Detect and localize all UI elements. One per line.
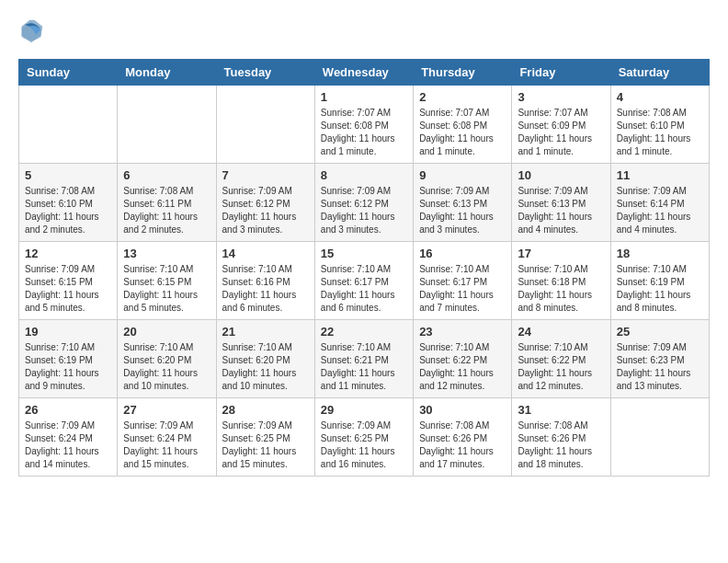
calendar-cell	[610, 398, 709, 477]
day-number: 7	[222, 168, 309, 182]
day-number: 21	[222, 325, 309, 339]
calendar-cell: 28Sunrise: 7:09 AM Sunset: 6:25 PM Dayli…	[216, 398, 314, 477]
day-info: Sunrise: 7:10 AM Sunset: 6:17 PM Dayligh…	[419, 263, 506, 315]
weekday-header: Monday	[118, 60, 216, 86]
day-info: Sunrise: 7:08 AM Sunset: 6:11 PM Dayligh…	[123, 185, 210, 236]
calendar-cell: 8Sunrise: 7:09 AM Sunset: 6:12 PM Daylig…	[314, 164, 413, 242]
day-info: Sunrise: 7:09 AM Sunset: 6:23 PM Dayligh…	[617, 341, 703, 393]
day-info: Sunrise: 7:08 AM Sunset: 6:26 PM Dayligh…	[518, 419, 604, 471]
calendar-cell: 17Sunrise: 7:10 AM Sunset: 6:18 PM Dayli…	[512, 242, 610, 320]
day-number: 5	[25, 168, 111, 182]
calendar-cell	[19, 86, 118, 164]
day-number: 29	[321, 403, 407, 417]
calendar-cell: 7Sunrise: 7:09 AM Sunset: 6:12 PM Daylig…	[216, 164, 314, 242]
day-number: 1	[321, 90, 407, 104]
day-number: 16	[419, 247, 506, 260]
calendar-cell: 27Sunrise: 7:09 AM Sunset: 6:24 PM Dayli…	[118, 398, 216, 477]
calendar-cell: 9Sunrise: 7:09 AM Sunset: 6:13 PM Daylig…	[414, 164, 512, 242]
day-number: 31	[518, 403, 604, 417]
weekday-header: Saturday	[610, 60, 709, 86]
day-info: Sunrise: 7:09 AM Sunset: 6:25 PM Dayligh…	[321, 419, 407, 471]
day-info: Sunrise: 7:10 AM Sunset: 6:16 PM Dayligh…	[222, 263, 309, 315]
calendar-cell: 29Sunrise: 7:09 AM Sunset: 6:25 PM Dayli…	[314, 398, 413, 477]
day-number: 23	[419, 325, 506, 339]
calendar-cell: 23Sunrise: 7:10 AM Sunset: 6:22 PM Dayli…	[414, 320, 512, 398]
day-number: 12	[25, 247, 111, 260]
calendar-cell: 25Sunrise: 7:09 AM Sunset: 6:23 PM Dayli…	[610, 320, 709, 398]
calendar-week-row: 26Sunrise: 7:09 AM Sunset: 6:24 PM Dayli…	[19, 398, 710, 477]
day-number: 27	[123, 403, 210, 417]
day-info: Sunrise: 7:09 AM Sunset: 6:12 PM Dayligh…	[222, 185, 309, 236]
calendar-cell: 10Sunrise: 7:09 AM Sunset: 6:13 PM Dayli…	[512, 164, 610, 242]
calendar-cell: 2Sunrise: 7:07 AM Sunset: 6:08 PM Daylig…	[414, 86, 512, 164]
weekday-header: Thursday	[414, 60, 512, 86]
calendar-cell: 4Sunrise: 7:08 AM Sunset: 6:10 PM Daylig…	[610, 86, 709, 164]
calendar-cell: 22Sunrise: 7:10 AM Sunset: 6:21 PM Dayli…	[314, 320, 413, 398]
day-number: 30	[419, 403, 506, 417]
day-number: 19	[25, 325, 111, 339]
day-number: 13	[123, 247, 210, 260]
weekday-header: Friday	[512, 60, 610, 86]
page-header	[18, 18, 710, 44]
day-number: 4	[617, 90, 703, 104]
day-info: Sunrise: 7:10 AM Sunset: 6:22 PM Dayligh…	[419, 341, 506, 393]
day-number: 22	[321, 325, 407, 339]
calendar-week-row: 1Sunrise: 7:07 AM Sunset: 6:08 PM Daylig…	[19, 86, 710, 164]
day-info: Sunrise: 7:09 AM Sunset: 6:13 PM Dayligh…	[518, 185, 604, 236]
day-info: Sunrise: 7:09 AM Sunset: 6:15 PM Dayligh…	[25, 263, 111, 315]
calendar-cell: 21Sunrise: 7:10 AM Sunset: 6:20 PM Dayli…	[216, 320, 314, 398]
calendar-cell: 1Sunrise: 7:07 AM Sunset: 6:08 PM Daylig…	[314, 86, 413, 164]
calendar-week-row: 5Sunrise: 7:08 AM Sunset: 6:10 PM Daylig…	[19, 164, 710, 242]
day-number: 20	[123, 325, 210, 339]
day-info: Sunrise: 7:10 AM Sunset: 6:19 PM Dayligh…	[617, 263, 703, 315]
calendar-cell: 26Sunrise: 7:09 AM Sunset: 6:24 PM Dayli…	[19, 398, 118, 477]
calendar-week-row: 19Sunrise: 7:10 AM Sunset: 6:19 PM Dayli…	[19, 320, 710, 398]
weekday-header: Wednesday	[314, 60, 413, 86]
calendar-cell: 30Sunrise: 7:08 AM Sunset: 6:26 PM Dayli…	[414, 398, 512, 477]
day-info: Sunrise: 7:09 AM Sunset: 6:24 PM Dayligh…	[123, 419, 210, 471]
day-number: 10	[518, 168, 604, 182]
day-info: Sunrise: 7:09 AM Sunset: 6:12 PM Dayligh…	[321, 185, 407, 236]
calendar-table: SundayMondayTuesdayWednesdayThursdayFrid…	[18, 59, 710, 477]
day-number: 17	[518, 247, 604, 260]
day-number: 28	[222, 403, 309, 417]
day-number: 9	[419, 168, 506, 182]
calendar-cell: 11Sunrise: 7:09 AM Sunset: 6:14 PM Dayli…	[610, 164, 709, 242]
calendar-cell: 20Sunrise: 7:10 AM Sunset: 6:20 PM Dayli…	[118, 320, 216, 398]
day-number: 25	[617, 325, 703, 339]
day-info: Sunrise: 7:09 AM Sunset: 6:14 PM Dayligh…	[617, 185, 703, 236]
day-number: 8	[321, 168, 407, 182]
calendar-cell: 18Sunrise: 7:10 AM Sunset: 6:19 PM Dayli…	[610, 242, 709, 320]
day-info: Sunrise: 7:10 AM Sunset: 6:15 PM Dayligh…	[123, 263, 210, 315]
day-info: Sunrise: 7:09 AM Sunset: 6:13 PM Dayligh…	[419, 185, 506, 236]
day-info: Sunrise: 7:10 AM Sunset: 6:17 PM Dayligh…	[321, 263, 407, 315]
day-info: Sunrise: 7:10 AM Sunset: 6:20 PM Dayligh…	[123, 341, 210, 393]
calendar-cell: 31Sunrise: 7:08 AM Sunset: 6:26 PM Dayli…	[512, 398, 610, 477]
day-info: Sunrise: 7:10 AM Sunset: 6:20 PM Dayligh…	[222, 341, 309, 393]
calendar-cell	[118, 86, 216, 164]
day-number: 15	[321, 247, 407, 260]
day-info: Sunrise: 7:08 AM Sunset: 6:10 PM Dayligh…	[617, 107, 703, 158]
day-info: Sunrise: 7:08 AM Sunset: 6:10 PM Dayligh…	[25, 185, 111, 236]
calendar-cell: 15Sunrise: 7:10 AM Sunset: 6:17 PM Dayli…	[314, 242, 413, 320]
day-info: Sunrise: 7:07 AM Sunset: 6:09 PM Dayligh…	[518, 107, 604, 158]
day-number: 3	[518, 90, 604, 104]
weekday-header: Sunday	[19, 60, 118, 86]
day-number: 14	[222, 247, 309, 260]
calendar-cell: 19Sunrise: 7:10 AM Sunset: 6:19 PM Dayli…	[19, 320, 118, 398]
day-info: Sunrise: 7:10 AM Sunset: 6:22 PM Dayligh…	[518, 341, 604, 393]
calendar-cell: 14Sunrise: 7:10 AM Sunset: 6:16 PM Dayli…	[216, 242, 314, 320]
calendar-cell: 13Sunrise: 7:10 AM Sunset: 6:15 PM Dayli…	[118, 242, 216, 320]
logo-icon	[18, 18, 44, 44]
calendar-cell	[216, 86, 314, 164]
day-info: Sunrise: 7:09 AM Sunset: 6:25 PM Dayligh…	[222, 419, 309, 471]
weekday-header-row: SundayMondayTuesdayWednesdayThursdayFrid…	[19, 60, 710, 86]
day-number: 26	[25, 403, 111, 417]
calendar-cell: 5Sunrise: 7:08 AM Sunset: 6:10 PM Daylig…	[19, 164, 118, 242]
calendar-week-row: 12Sunrise: 7:09 AM Sunset: 6:15 PM Dayli…	[19, 242, 710, 320]
day-number: 24	[518, 325, 604, 339]
day-number: 6	[123, 168, 210, 182]
calendar-cell: 12Sunrise: 7:09 AM Sunset: 6:15 PM Dayli…	[19, 242, 118, 320]
logo	[18, 18, 48, 44]
calendar-cell: 6Sunrise: 7:08 AM Sunset: 6:11 PM Daylig…	[118, 164, 216, 242]
